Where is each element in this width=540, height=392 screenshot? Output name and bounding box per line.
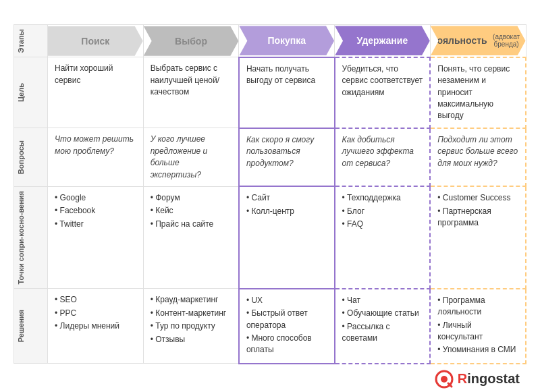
list-item: Тур по продукту (151, 320, 232, 332)
cell-italic-text: Как скоро я смогу пользоваться продуктом… (246, 134, 327, 169)
cell-2-3: ТехподдержкаБлогFAQ (335, 186, 431, 288)
list-item: Крауд-маркетинг (151, 294, 232, 306)
cell-1-2: Как скоро я смогу пользоваться продуктом… (239, 128, 335, 187)
cell-0-0: Найти хороший сервис (48, 57, 144, 128)
cell-italic-text: Подходит ли этот сервис больше всего для… (437, 134, 518, 169)
stage-header-2: Покупка (239, 25, 335, 57)
cell-plain-text: Убедиться, что сервис соответствует ожид… (342, 63, 423, 99)
logo-text-colored: R (458, 371, 467, 386)
list-item: SEO (55, 294, 136, 306)
stage-header-0: Поиск (48, 25, 144, 57)
cell-3-3: ЧатОбучающие статьиРассылка с советами (335, 289, 431, 364)
list-item: Прайс на сайте (151, 219, 232, 230)
page: ЭтапыПоискВыборПокупкаУдержаниеЛояльност… (0, 0, 540, 392)
cell-plain-text: Выбрать сервис с наилучшей ценой/качеств… (151, 63, 232, 98)
cell-3-4: Программа лояльностиЛичный консультантУп… (430, 289, 526, 364)
journey-map-table: ЭтапыПоискВыборПокупкаУдержаниеЛояльност… (14, 24, 526, 364)
stage-header-1: Выбор (143, 25, 239, 57)
list-item: Facebook (55, 205, 136, 217)
cell-0-4: Понять, что сервис незаменим и приносит … (430, 57, 526, 128)
cell-1-3: Как добиться лучшего эффекта от сервиса? (335, 128, 431, 187)
list-item: PPC (55, 308, 136, 319)
cell-2-0: GoogleFacebookTwitter (48, 186, 144, 288)
cell-1-1: У кого лучшее предложение и больше экспе… (143, 128, 239, 187)
cell-2-1: ФорумКейсПрайс на сайте (143, 186, 239, 288)
ringostat-logo-icon (435, 370, 454, 389)
cell-3-0: SEOPPCЛидеры мнений (48, 289, 144, 364)
list-item: Рассылка с советами (342, 321, 423, 345)
list-item: Техподдержка (342, 192, 423, 204)
cell-2-4: Customer SuccessПартнерская программа (430, 186, 526, 288)
cell-plain-text: Понять, что сервис незаменим и приносит … (437, 63, 518, 122)
cell-italic-text: Что может решить мою проблему? (55, 134, 136, 157)
cell-0-1: Выбрать сервис с наилучшей ценой/качеств… (143, 57, 239, 128)
row-label-1: Вопросы (14, 128, 48, 187)
svg-point-2 (441, 376, 448, 383)
list-item: Личный консультант (437, 320, 518, 343)
cell-3-2: UXБыстрый ответ оператораМного способов … (239, 289, 335, 364)
cell-3-1: Крауд-маркетингКонтент-маркетингТур по п… (143, 289, 239, 364)
list-item: Customer Success (437, 192, 518, 204)
list-item: Twitter (55, 219, 136, 230)
cell-2-2: СайтКолл-центр (239, 186, 335, 288)
row-label-3: Решения (14, 289, 48, 364)
list-item: Обучающие статьи (342, 308, 423, 319)
stage-label-cell: Этапы (14, 25, 48, 57)
cell-1-4: Подходит ли этот сервис больше всего для… (430, 128, 526, 187)
list-item: Быстрый ответ оператора (246, 308, 327, 331)
logo-area: Ringostat (14, 370, 526, 389)
list-item: FAQ (342, 219, 423, 230)
list-item: Отзывы (151, 334, 232, 345)
stage-header-3: Удержание (335, 25, 431, 57)
list-item: Партнерская программа (437, 206, 518, 229)
row-label-0: Цель (14, 57, 48, 128)
row-label-2: Точки сопри-косно-вения (14, 186, 48, 288)
list-item: Форум (151, 192, 232, 204)
cell-italic-text: У кого лучшее предложение и больше экспе… (151, 134, 232, 181)
list-item: Чат (342, 295, 423, 306)
cell-italic-text: Как добиться лучшего эффекта от сервиса? (342, 134, 423, 169)
list-item: Упоминания в СМИ (437, 344, 518, 356)
cell-plain-text: Начать получать выгоду от сервиса (246, 63, 327, 87)
cell-0-2: Начать получать выгоду от сервиса (239, 57, 335, 128)
cell-0-3: Убедиться, что сервис соответствует ожид… (335, 57, 431, 128)
list-item: Кейс (151, 205, 232, 217)
list-item: Контент-маркетинг (151, 308, 232, 319)
cell-plain-text: Найти хороший сервис (55, 63, 136, 86)
stage-header-4: Лояльность(адвокат бренда) (430, 25, 526, 57)
list-item: Колл-центр (246, 206, 327, 217)
list-item: Блог (342, 206, 423, 217)
list-item: Программа лояльности (437, 295, 518, 318)
list-item: UX (246, 295, 327, 306)
list-item: Сайт (246, 192, 327, 204)
list-item: Лидеры мнений (55, 320, 136, 332)
cell-1-0: Что может решить мою проблему? (48, 128, 144, 187)
list-item: Google (55, 192, 136, 204)
list-item: Много способов оплаты (246, 333, 327, 356)
logo-text: Ringostat (458, 371, 520, 387)
